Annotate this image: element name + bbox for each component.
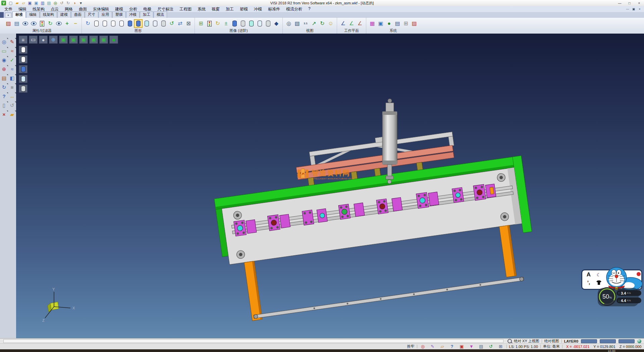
plane-frame-icon[interactable]: ▭ bbox=[1, 47, 7, 54]
save-icon[interactable]: ▣ bbox=[27, 1, 33, 6]
redo-icon[interactable]: ↻ bbox=[65, 1, 71, 6]
layers-status-icon[interactable]: ▤ bbox=[478, 344, 485, 349]
view-iso-icon[interactable]: ■ bbox=[109, 36, 118, 44]
import-icon[interactable]: ▱ bbox=[20, 1, 26, 6]
mode-shaded-icon[interactable] bbox=[19, 65, 28, 73]
triad-toggle-icon[interactable]: ⊕ bbox=[49, 36, 58, 44]
zoom-extents-icon[interactable]: ◎ bbox=[1, 38, 7, 45]
render-mode-icon[interactable]: ● bbox=[39, 36, 48, 44]
command-prompt[interactable] bbox=[3, 339, 503, 343]
mode-wireframe-icon[interactable] bbox=[19, 46, 28, 54]
ime-punctuation[interactable]: ’, bbox=[587, 281, 590, 284]
cylinder-swap-icon[interactable]: ⇄ bbox=[176, 20, 184, 27]
workplane-status-icon[interactable]: ▼ bbox=[468, 344, 475, 349]
view-front-icon[interactable]: ▣ bbox=[69, 36, 78, 44]
ribbon-tab[interactable]: 塑膜 bbox=[112, 11, 126, 18]
edit-entity-icon[interactable]: ✎ bbox=[9, 38, 15, 45]
preferences-icon[interactable]: ▤ bbox=[394, 20, 401, 27]
hide-all-icon[interactable]: − bbox=[72, 20, 79, 27]
save-all-icon[interactable]: ▥ bbox=[40, 1, 46, 6]
close-button[interactable]: × bbox=[634, 0, 644, 6]
attribute-paint-icon[interactable]: ▨ bbox=[5, 20, 12, 27]
ribbon-tab[interactable]: 曲面 bbox=[71, 11, 85, 18]
toolbar-dropdown-icon[interactable]: ▼ bbox=[5, 13, 11, 18]
cylinder-hatch-icon[interactable] bbox=[160, 20, 167, 27]
regen-icon[interactable]: ↻ bbox=[1, 84, 7, 90]
render-ball-icon[interactable] bbox=[637, 339, 641, 343]
ribbon-tab[interactable]: 模流 bbox=[154, 11, 167, 18]
history-icon[interactable]: ◑ bbox=[71, 1, 77, 6]
color-swatch-3[interactable] bbox=[619, 339, 635, 343]
ribbon-tab[interactable]: 加工 bbox=[140, 11, 153, 18]
view-top-icon[interactable]: ▣ bbox=[59, 36, 68, 44]
menu-item[interactable]: 冲模 bbox=[251, 6, 265, 12]
active-layer[interactable]: LAYER0 bbox=[564, 339, 578, 343]
cylinder-shaded-icon[interactable] bbox=[126, 20, 133, 27]
ribbon-tab[interactable]: 建模 bbox=[57, 11, 71, 18]
solid-box-icon[interactable] bbox=[256, 20, 263, 27]
menu-item[interactable]: 标准件 bbox=[265, 6, 283, 12]
cylinder-outline-icon[interactable] bbox=[118, 20, 125, 27]
solid-check-icon[interactable] bbox=[248, 20, 255, 27]
workplane-align-icon[interactable]: ∠ bbox=[356, 20, 364, 27]
menu-item[interactable]: 编辑 bbox=[15, 6, 30, 12]
net-monitor[interactable]: 50% ↑ 3.4 K/s ↓ 4.4 K/s bbox=[598, 288, 639, 306]
measure-icon[interactable]: ↔ bbox=[9, 93, 15, 99]
ribbon-tab[interactable]: 标准 bbox=[12, 11, 26, 18]
dynamic-view-icon[interactable]: ☺ bbox=[327, 20, 334, 27]
snap-lock-label[interactable]: 拴牢 bbox=[407, 344, 415, 349]
cylinder-hidden-icon[interactable] bbox=[101, 20, 108, 27]
solid-hatch-icon[interactable] bbox=[264, 20, 272, 27]
view-menu-icon[interactable]: ≡ bbox=[19, 36, 28, 44]
undo-arrow-icon[interactable]: ↺ bbox=[9, 102, 15, 108]
cad-model[interactable] bbox=[16, 34, 644, 339]
grid-status-icon[interactable]: ⊞ bbox=[497, 344, 504, 349]
open-project-icon[interactable]: ▰ bbox=[9, 111, 15, 118]
print-icon[interactable]: ▤ bbox=[46, 1, 52, 6]
viewport[interactable]: ≡▭●⊕▣▣▣▣▣■ 智造资料网 INTELLIGENT MANUFACTURI… bbox=[16, 34, 644, 339]
help-status-icon[interactable]: ? bbox=[449, 344, 455, 349]
mode-hidden-line-icon[interactable] bbox=[19, 55, 28, 63]
edit-stamp-icon[interactable]: ▱ bbox=[439, 344, 446, 349]
pan-view-icon[interactable]: ↗ bbox=[310, 20, 318, 27]
menu-item[interactable]: 模流分析 bbox=[283, 6, 305, 12]
rotate-status-icon[interactable]: ↺ bbox=[488, 344, 494, 349]
grid-settings-icon[interactable]: ▨ bbox=[411, 20, 418, 27]
mdi-window-button[interactable]: ▣ bbox=[631, 7, 637, 11]
solids-filter-icon[interactable] bbox=[206, 20, 213, 27]
mdi-window-button[interactable]: × bbox=[637, 7, 643, 11]
search-icon[interactable] bbox=[507, 339, 512, 343]
view-orientation[interactable]: 绝对 XY 上视图 bbox=[514, 339, 539, 344]
workplane-move-icon[interactable]: ∠ bbox=[348, 20, 355, 27]
undo-icon[interactable]: ↺ bbox=[59, 1, 65, 6]
ribbon-tab[interactable]: 尺寸 bbox=[85, 11, 98, 18]
moon-icon[interactable]: ☾ bbox=[597, 272, 601, 277]
qa-dropdown-icon[interactable]: ▾ bbox=[78, 1, 84, 6]
ribbon-tab[interactable]: 编辑 bbox=[26, 11, 40, 18]
attributes-books-icon[interactable]: ▤ bbox=[1, 75, 7, 81]
color-palette-icon[interactable]: ▦ bbox=[369, 20, 376, 27]
menu-item[interactable]: ? bbox=[305, 6, 314, 12]
cylinder-flat-icon[interactable] bbox=[151, 20, 159, 27]
ribbon-tab[interactable]: 冲模 bbox=[126, 11, 140, 18]
zoom-view-icon[interactable]: ◎ bbox=[285, 20, 292, 27]
plane-display-icon[interactable]: ▭ bbox=[29, 36, 38, 44]
visibility-toggle-icon[interactable] bbox=[55, 20, 62, 27]
view-right-icon[interactable]: ▣ bbox=[89, 36, 98, 44]
solid-striped-icon[interactable] bbox=[239, 20, 247, 27]
redraw-icon[interactable]: ↻ bbox=[84, 20, 92, 27]
new-file-icon[interactable]: ▢ bbox=[8, 1, 14, 6]
maximize-button[interactable]: □ bbox=[625, 0, 634, 6]
menu-item[interactable]: 点云 bbox=[48, 6, 62, 12]
view-left-icon[interactable]: ▣ bbox=[79, 36, 88, 44]
system-tools-icon[interactable]: ● bbox=[385, 20, 393, 27]
pick-wand-icon[interactable]: ✎ bbox=[429, 344, 436, 349]
graphics-settings-icon[interactable]: ⊠ bbox=[185, 20, 192, 27]
open-folder-icon[interactable]: ▰ bbox=[14, 1, 20, 6]
ribbon-tab[interactable]: 线架构 bbox=[40, 11, 57, 18]
actual-size-icon[interactable]: 1:1 bbox=[302, 20, 309, 27]
cylinder-transparent-icon[interactable] bbox=[143, 20, 150, 27]
mdi-window-button[interactable]: — bbox=[625, 7, 631, 11]
menu-item[interactable]: 曲面 bbox=[76, 6, 90, 12]
zoom-select-icon[interactable]: ◉ bbox=[1, 56, 7, 63]
